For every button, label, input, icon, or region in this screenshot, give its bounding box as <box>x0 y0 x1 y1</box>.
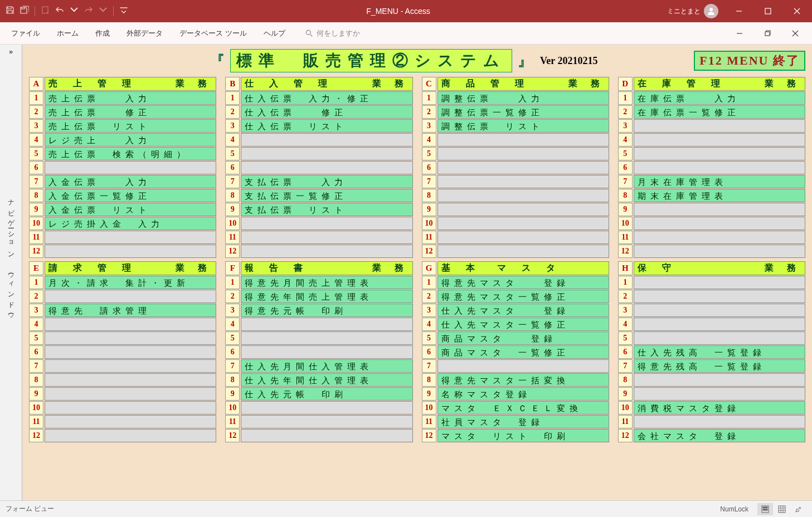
save-icon[interactable] <box>6 6 14 17</box>
tell-me-search[interactable]: 何をしますか <box>305 28 360 38</box>
svg-point-3 <box>306 30 310 35</box>
avatar-icon <box>704 4 718 18</box>
minimize-button[interactable] <box>726 0 752 22</box>
maximize-button[interactable] <box>755 0 781 22</box>
redo-icon <box>84 6 93 17</box>
svg-rect-4 <box>765 32 770 36</box>
save-all-icon[interactable] <box>20 6 29 17</box>
menu-データベース ツール[interactable]: データベース ツール <box>172 25 255 42</box>
ribbon-menubar: ファイルホーム作成外部データデータベース ツールヘルプ 何をしますか <box>0 22 812 45</box>
undo-icon[interactable] <box>55 6 64 17</box>
svg-point-1 <box>709 8 713 11</box>
ribbon-minimize-button[interactable] <box>726 22 753 45</box>
menu-作成[interactable]: 作成 <box>87 25 118 42</box>
menu-ホーム[interactable]: ホーム <box>49 25 86 42</box>
ribbon-restore-button[interactable] <box>754 22 781 45</box>
undo-dropdown-icon[interactable] <box>70 6 79 17</box>
qat-customize-icon[interactable] <box>119 6 128 17</box>
title-bar: F_MENU - Access ミニとまと <box>0 0 812 22</box>
menu-ファイル[interactable]: ファイル <box>3 25 48 42</box>
svg-rect-2 <box>765 8 771 14</box>
redo-dropdown-icon <box>99 6 108 17</box>
search-placeholder: 何をしますか <box>317 28 360 38</box>
window-title: F_MENU - Access <box>134 7 663 16</box>
close-button[interactable] <box>784 0 810 22</box>
menu-ヘルプ[interactable]: ヘルプ <box>256 25 293 42</box>
ribbon-close-button[interactable] <box>782 22 809 45</box>
user-name: ミニとまと <box>667 7 701 16</box>
menu-外部データ[interactable]: 外部データ <box>119 25 171 42</box>
print-preview-icon <box>41 6 50 17</box>
user-chip[interactable]: ミニとまと <box>663 4 723 18</box>
